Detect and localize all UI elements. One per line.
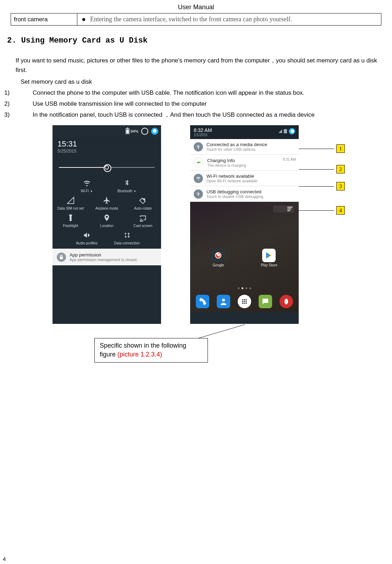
qs-row-2: Data SIM not set Airplane mode Auto-rota… — [53, 197, 161, 210]
svg-point-3 — [244, 299, 245, 300]
qs-audio[interactable]: Audio profiles — [67, 231, 107, 245]
notification-wifi[interactable]: Wi-Fi network availableOpen Wi-Fi networ… — [190, 171, 299, 186]
qs-wifi[interactable]: Wi-Fi▼ — [67, 179, 107, 193]
home-screen: Google Play Store — [190, 202, 299, 312]
usb-icon — [194, 142, 203, 151]
bluetooth-icon — [123, 179, 131, 187]
callout-3: 3 — [299, 182, 345, 190]
time-text: 8:32 AM — [194, 127, 212, 133]
notification-media-device[interactable]: Connected as a media deviceTouch for oth… — [190, 139, 299, 155]
notif-subtitle: Touch to disable USB debugging. — [206, 194, 264, 199]
sub-heading: Set memory card as u disk — [21, 78, 381, 85]
battery-text: 84% — [131, 129, 138, 133]
google-widget[interactable] — [273, 205, 294, 212]
location-icon — [103, 214, 111, 222]
steps-list: 1)Connect the phone to the computer with… — [21, 88, 381, 120]
signal-icon — [67, 197, 74, 204]
usb-icon — [194, 189, 203, 199]
qs-data[interactable]: Data connection — [107, 231, 147, 245]
user-avatar-icon[interactable] — [151, 128, 158, 135]
signal-icon — [278, 129, 282, 133]
charging-icon — [194, 157, 204, 167]
qs-label: Cast screen — [133, 224, 152, 228]
date-text: 5/25/2015 — [57, 149, 156, 154]
qs-label: Location — [100, 224, 114, 228]
svg-point-7 — [245, 301, 247, 302]
data-icon — [123, 231, 131, 239]
qs-label: Audio profiles — [76, 241, 98, 245]
notification-app-permission[interactable]: App permissionApp permission management … — [53, 249, 161, 265]
audio-icon — [83, 231, 91, 239]
brightness-slider[interactable] — [59, 159, 155, 176]
callout-4: 4 — [299, 206, 345, 215]
app-google[interactable]: Google — [211, 249, 225, 267]
table-desc-text: Entering the camera interface, switched … — [90, 16, 292, 23]
notif-title: App permission — [70, 252, 138, 258]
settings-icon[interactable] — [141, 128, 148, 135]
notif-title: Wi-Fi network available — [206, 173, 258, 179]
dock-opera[interactable] — [280, 295, 293, 308]
battery-icon — [284, 129, 287, 133]
svg-point-11 — [285, 299, 288, 304]
screenshot-notifications: 8:32 AM1/1/2015 Connected as a media dev… — [190, 125, 299, 324]
svg-point-6 — [244, 301, 245, 302]
qs-sim[interactable]: Data SIM not set — [53, 197, 89, 210]
qs-row-3: Flashlight Location Cast screen — [53, 214, 161, 228]
dock-phone[interactable] — [196, 295, 209, 308]
notif-title: Charging Info — [207, 158, 246, 163]
svg-point-1 — [222, 299, 225, 302]
qs-bluetooth[interactable]: Bluetooth▼ — [107, 179, 147, 193]
callout-1: 1 — [299, 144, 345, 153]
intro-paragraph: If you want to send music, pictures or o… — [16, 56, 381, 75]
dock-messaging[interactable] — [259, 295, 272, 308]
section-heading: 2. Using Memory Card as U Disk — [7, 36, 381, 45]
svg-point-9 — [244, 303, 245, 304]
notification-charging[interactable]: Charging InfoThe device is charging 8:31… — [190, 155, 299, 171]
callout-number: 2 — [336, 165, 345, 173]
svg-point-2 — [242, 299, 243, 300]
notif-title: USB debugging connected — [206, 189, 264, 194]
table-cell-feature: front camera — [11, 13, 77, 26]
qs-label: Auto-rotate — [134, 206, 151, 210]
step-item: 3)In the notification panel, touch USB i… — [21, 110, 381, 121]
app-play-store[interactable]: Play Store — [261, 249, 277, 267]
notif-subtitle: Touch for other USB options. — [206, 147, 267, 151]
screenshot-quick-settings: 84% 15:31 5/25/2015 Wi-Fi▼ Bluetooth▼ — [53, 125, 161, 324]
qs-label: Data connection — [114, 241, 139, 245]
flashlight-icon — [67, 214, 74, 222]
status-bar: 8:32 AM1/1/2015 — [190, 125, 299, 139]
svg-point-4 — [245, 299, 247, 300]
step-item: 2)Use USB mobile transmission line will … — [21, 99, 381, 110]
battery-indicator: 84% — [126, 128, 138, 134]
qs-flashlight[interactable]: Flashlight — [53, 214, 89, 228]
app-row: Google Play Store — [190, 249, 299, 267]
notif-timestamp: 8:31 AM — [283, 157, 296, 161]
notification-usb-debugging[interactable]: USB debugging connectedTouch to disable … — [190, 186, 299, 202]
dock-apps[interactable] — [238, 295, 251, 308]
dock-contacts[interactable] — [217, 295, 230, 308]
cast-icon — [139, 214, 147, 222]
lock-icon — [57, 253, 66, 262]
step-item: 1)Connect the phone to the computer with… — [21, 88, 381, 99]
step-text: Connect the phone to the computer with U… — [33, 89, 304, 96]
airplane-icon — [103, 197, 111, 204]
wifi-icon — [194, 174, 203, 183]
user-avatar-icon[interactable] — [289, 128, 295, 134]
qs-cast[interactable]: Cast screen — [125, 214, 161, 228]
dock — [190, 295, 299, 308]
notif-subtitle: App permission management is closed. — [70, 258, 138, 262]
page-number: 4 — [3, 556, 6, 562]
app-label: Play Store — [261, 263, 277, 267]
qs-rotate[interactable]: Auto-rotate — [125, 197, 161, 210]
notif-subtitle: The device is charging — [207, 163, 246, 167]
page-indicator — [190, 287, 299, 289]
caption-box: Specific shown in the following figure (… — [94, 338, 208, 362]
page-header: User Manual — [11, 4, 381, 11]
battery-icon — [126, 128, 129, 134]
notification-list: Connected as a media deviceTouch for oth… — [190, 139, 299, 202]
bullet-icon — [82, 18, 85, 21]
app-label: Google — [212, 263, 224, 267]
qs-airplane[interactable]: Airplane mode — [89, 197, 125, 210]
notif-title: Connected as a media device — [206, 142, 267, 147]
qs-location[interactable]: Location — [89, 214, 125, 228]
